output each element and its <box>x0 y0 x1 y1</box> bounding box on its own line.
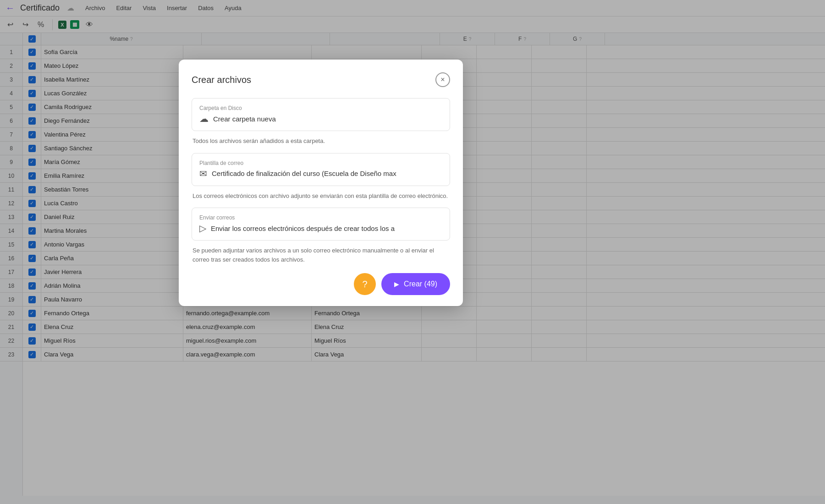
template-label: Plantilla de correo <box>199 160 442 166</box>
template-description: Los correos electrónicos con archivo adj… <box>192 192 450 201</box>
folder-value: Crear carpeta nueva <box>213 115 276 123</box>
send-section[interactable]: Enviar correos ▷ Enviar los correos elec… <box>192 208 450 241</box>
send-content: ▷ Enviar los correos electrónicos despué… <box>199 223 442 234</box>
help-button[interactable]: ? <box>354 273 376 295</box>
modal-title: Crear archivos <box>192 75 251 85</box>
template-content: ✉ Certificado de finalización del curso … <box>199 168 442 179</box>
template-section[interactable]: Plantilla de correo ✉ Certificado de fin… <box>192 153 450 186</box>
envelope-icon: ✉ <box>199 168 207 179</box>
create-files-modal: Crear archivos × Carpeta en Disco ☁ Crea… <box>179 60 463 306</box>
modal-footer: ? ▶ Crear (49) <box>192 273 450 295</box>
send-label: Enviar correos <box>199 214 442 221</box>
send-value: Enviar los correos electrónicos después … <box>211 225 395 232</box>
folder-content: ☁ Crear carpeta nueva <box>199 113 442 124</box>
folder-section[interactable]: Carpeta en Disco ☁ Crear carpeta nueva <box>192 98 450 131</box>
folder-description: Todos los archivos serán añadidos a esta… <box>192 137 450 146</box>
modal-close-button[interactable]: × <box>435 72 450 87</box>
send-icon: ▷ <box>199 223 206 234</box>
create-label: Crear (49) <box>404 280 437 288</box>
template-value: Certificado de finalización del curso (E… <box>212 170 396 177</box>
modal-header: Crear archivos × <box>192 72 450 87</box>
create-button[interactable]: ▶ Crear (49) <box>381 273 450 295</box>
folder-cloud-icon: ☁ <box>199 113 209 124</box>
help-icon: ? <box>363 279 368 290</box>
folder-label: Carpeta en Disco <box>199 105 442 111</box>
send-description: Se pueden adjuntar varios archivos a un … <box>192 246 450 264</box>
create-play-icon: ▶ <box>394 280 399 288</box>
